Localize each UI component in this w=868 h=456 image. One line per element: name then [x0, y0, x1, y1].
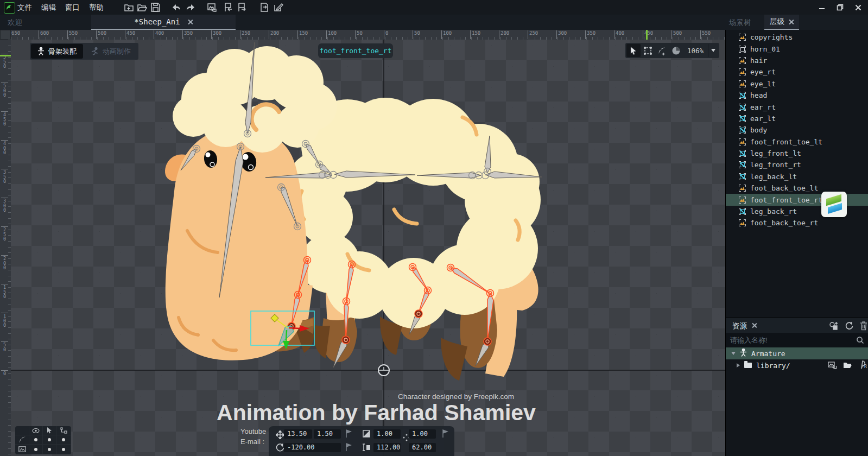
hierarchy-item[interactable]: ear_rt — [726, 101, 868, 112]
bone-tree-column-header[interactable] — [56, 426, 71, 435]
chevron-down-icon[interactable] — [731, 352, 736, 355]
hierarchy-item[interactable]: body — [726, 124, 868, 136]
slot-label: leg_back_lt — [750, 173, 797, 181]
import-image-icon[interactable] — [207, 2, 217, 12]
open-project-icon[interactable] — [137, 2, 147, 12]
menu-item[interactable]: 窗口 — [65, 3, 80, 12]
slot-type-icon — [739, 104, 746, 111]
tab-hierarchy[interactable]: 层级 — [764, 15, 799, 30]
export-data-icon[interactable] — [259, 2, 270, 12]
import-image-icon[interactable] — [828, 361, 837, 371]
zoom-dropdown-button[interactable] — [708, 44, 718, 57]
tab-document[interactable]: *Sheep_Ani — [91, 15, 236, 30]
ruler-label: 200 — [499, 30, 509, 39]
images-row-label[interactable] — [15, 445, 29, 454]
hierarchy-item[interactable]: foot_front_toe_lt — [726, 136, 868, 148]
tab-scene-tree[interactable]: 场景树 — [729, 18, 751, 28]
scale-keyframe-flag-icon[interactable] — [441, 429, 450, 438]
scale-y-input[interactable]: 1.00 — [409, 429, 436, 439]
resource-search-input[interactable]: 请输入名称! — [726, 333, 868, 347]
new-project-icon[interactable] — [124, 2, 134, 12]
slot-label: foot_back_toe_rt — [750, 219, 818, 227]
bones-selectable-toggle[interactable] — [43, 435, 56, 445]
chevron-right-icon[interactable] — [737, 363, 740, 368]
width-input[interactable]: 112.00 — [373, 443, 401, 452]
hierarchy-item[interactable]: hair — [726, 55, 868, 66]
slot-type-icon — [739, 92, 746, 99]
menu-items: 文件编辑窗口帮助 — [17, 0, 104, 15]
hierarchy-item[interactable]: ear_lt — [726, 113, 868, 124]
menu-item[interactable]: 编辑 — [41, 3, 56, 12]
ruler-label: 4 0 0 — [1, 140, 8, 155]
bones-visible-toggle[interactable] — [29, 435, 43, 445]
tab-hierarchy-close-icon[interactable] — [789, 20, 794, 24]
edit-data-icon[interactable] — [273, 2, 283, 12]
search-placeholder: 请输入名称! — [730, 335, 768, 345]
tree-item-library[interactable]: library/ R — [726, 359, 868, 371]
layer-visibility-grid — [15, 426, 71, 454]
ruler-label: 4 5 0 — [1, 111, 8, 126]
overlay-opacity-button[interactable] — [669, 44, 683, 57]
slot-label: copyrights — [750, 33, 793, 41]
menu-item[interactable]: 文件 — [17, 3, 32, 12]
canvas-viewport[interactable]: 骨架装配 动画制作 foot_front_toe_rt 106% — [11, 40, 725, 456]
locate-pin-icon[interactable]: R — [859, 360, 868, 371]
position-x-input[interactable]: 13.50 — [284, 429, 312, 439]
images-visible-toggle[interactable] — [29, 445, 43, 454]
origin-marker — [378, 365, 389, 376]
hierarchy-item[interactable]: foot_back_toe_rt — [726, 217, 868, 229]
scale-x-input[interactable]: 1.00 — [373, 429, 401, 439]
close-button[interactable] — [852, 3, 864, 12]
hierarchy-item[interactable]: eye_lt — [726, 78, 868, 90]
bones-row-label[interactable] — [15, 435, 29, 445]
mode-animation-button[interactable]: 动画制作 — [84, 44, 137, 59]
images-selectable-toggle[interactable] — [43, 445, 56, 454]
hierarchy-item[interactable]: eye_rt — [726, 66, 868, 78]
hierarchy-item[interactable]: horn_01 — [726, 43, 868, 54]
youtube-text: Youtube — [240, 427, 266, 435]
slot-type-icon — [739, 126, 746, 134]
save-icon[interactable] — [150, 2, 161, 12]
free-transform-button[interactable] — [641, 44, 655, 57]
armature-icon — [740, 349, 747, 358]
visibility-column-header[interactable] — [29, 426, 43, 435]
trash-icon[interactable] — [859, 321, 868, 333]
hierarchy-item[interactable]: leg_front_rt — [726, 159, 868, 170]
import-file-icon[interactable] — [223, 2, 233, 12]
selectable-column-header[interactable] — [43, 426, 56, 435]
undo-icon[interactable] — [172, 2, 182, 12]
maximize-button[interactable] — [834, 3, 846, 12]
position-y-input[interactable]: 1.50 — [314, 429, 341, 439]
rotation-keyframe-flag-icon[interactable] — [345, 443, 353, 452]
height-input[interactable]: 62.00 — [409, 443, 436, 452]
mode-armature-button[interactable]: 骨架装配 — [31, 44, 83, 59]
tab-welcome[interactable]: 欢迎 — [8, 18, 22, 28]
hierarchy-item[interactable]: leg_front_lt — [726, 148, 868, 159]
ruler-label: 100 — [441, 30, 452, 39]
bones-option-toggle[interactable] — [56, 435, 71, 445]
move-icon — [276, 430, 284, 439]
resources-tab-label[interactable]: 资源 — [732, 321, 747, 331]
create-bone-button[interactable] — [655, 44, 669, 57]
hierarchy-item[interactable]: copyrights — [726, 31, 868, 43]
refresh-icon[interactable] — [844, 321, 854, 333]
tab-close-icon[interactable] — [188, 20, 193, 24]
redo-icon[interactable] — [185, 2, 195, 12]
slot-type-icon — [739, 219, 746, 226]
position-keyframe-flag-icon[interactable] — [345, 429, 353, 438]
menu-item[interactable]: 帮助 — [89, 3, 104, 12]
hierarchy-item[interactable]: leg_back_lt — [726, 171, 868, 182]
minimize-button[interactable] — [816, 3, 828, 12]
app-logo-icon — [4, 2, 15, 14]
resources-tab-close-icon[interactable] — [752, 323, 757, 328]
select-cursor-button[interactable] — [626, 44, 641, 57]
add-asset-icon[interactable] — [829, 321, 839, 333]
ruler-label: 600 — [39, 30, 49, 39]
hierarchy-item[interactable]: foot_back_toe_lt — [726, 182, 868, 194]
open-folder-icon[interactable] — [843, 361, 852, 371]
export-file-icon[interactable] — [237, 2, 247, 12]
images-option-toggle[interactable] — [56, 445, 71, 454]
tree-item-armature[interactable]: Armature — [726, 347, 868, 359]
hierarchy-item[interactable]: head — [726, 90, 868, 101]
rotation-input[interactable]: -120.00 — [284, 443, 341, 452]
